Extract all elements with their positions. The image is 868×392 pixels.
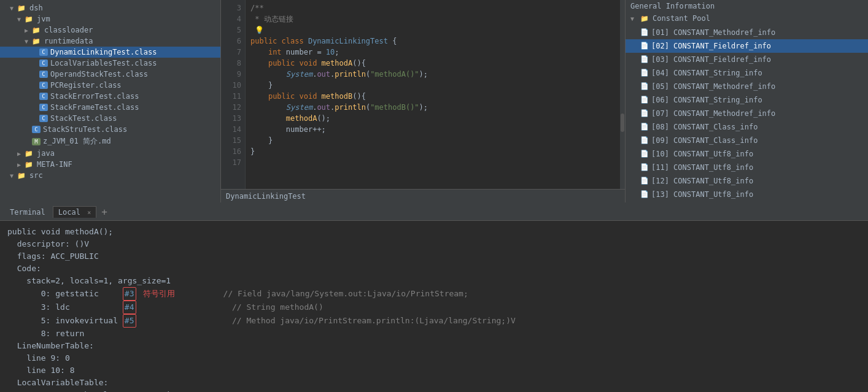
sidebar-item-zjvm[interactable]: M z_JVM_01 简介.md (0, 135, 220, 148)
terminal-line-4: Code: (7, 263, 861, 275)
folder-icon: 📁 (25, 150, 34, 158)
sidebar-item-stackframe[interactable]: C StackFrameTest.class (0, 102, 220, 113)
code-line-5: 💡 (250, 25, 615, 36)
class-file-icon: C (39, 104, 48, 111)
class-file-icon: C (39, 82, 48, 89)
cp-item-label: [10] CONSTANT_Utf8_info (651, 148, 753, 159)
ref-box-4: #4 (123, 301, 136, 314)
md-file-icon: M (32, 138, 41, 145)
sidebar-item-label: LocalVariablesTest.class (50, 59, 157, 67)
terminal-line-return: 8: return (7, 328, 861, 340)
cp-item-label: [06] CONSTANT_String_info (651, 94, 762, 106)
editor-footer: DynamicLinkingTest (221, 189, 625, 202)
cp-file-icon: 📄 (640, 81, 649, 92)
code-line-3: /** (250, 2, 615, 13)
ref-annotation: 符号引用 (139, 289, 176, 298)
code-line-11: public void methodB(){ (250, 91, 615, 102)
sidebar-item-stackerror[interactable]: C StackErrorTest.class (0, 91, 220, 102)
sidebar-item-classloader[interactable]: 📁 classloader (0, 25, 220, 36)
sidebar-item-label: jvm (37, 15, 50, 23)
sidebar-item-src[interactable]: 📁 src (0, 170, 220, 181)
constant-pool-header[interactable]: 📁 Constant Pool (626, 12, 868, 25)
terminal-content[interactable]: public void methodA(); descriptor: ()V f… (0, 221, 868, 392)
terminal-line-invokevirtual: 5: invokevirtual #5 // Method java/io/Pr… (7, 314, 861, 328)
sidebar-item-java[interactable]: 📁 java (0, 148, 220, 159)
sidebar-item-dsh[interactable]: 📁 dsh (0, 2, 220, 13)
cp-item-11[interactable]: 📄 [11] CONSTANT_Utf8_info (626, 161, 868, 174)
cp-file-icon: 📄 (640, 54, 649, 65)
vertical-scrollbar[interactable] (620, 0, 625, 189)
class-file-icon: C (39, 93, 48, 100)
sidebar-item-label: META-INF (37, 160, 72, 169)
cp-item-07[interactable]: 📄 [07] CONSTANT_Methodref_info (626, 107, 868, 120)
tab-close-button[interactable]: × (87, 209, 91, 216)
sidebar-item-label: StackStruTest.class (43, 125, 127, 134)
cp-item-03[interactable]: 📄 [03] CONSTANT_Fieldref_info (626, 53, 868, 66)
cp-file-icon: 📄 (640, 175, 649, 186)
folder-icon: 📁 (17, 172, 27, 180)
arrow-icon (17, 150, 25, 157)
cp-file-icon: 📄 (640, 148, 649, 159)
sidebar-item-label: java (37, 149, 55, 158)
line-numbers: 3 4 5 6 7 8 9 10 11 12 13 14 15 16 17 (221, 0, 246, 189)
code-content[interactable]: /** * 动态链接 💡 public class DynamicLinking… (246, 0, 620, 189)
class-file-icon: C (39, 115, 48, 122)
local-tab[interactable]: Local × (53, 206, 96, 218)
sidebar-item-dynamiclinking[interactable]: C DynamicLinkingTest.class (0, 47, 220, 58)
code-line-4: * 动态链接 (250, 13, 615, 25)
cp-item-label: [04] CONSTANT_String_info (651, 67, 762, 79)
arrow-icon (10, 5, 17, 12)
terminal-line-ldc: 3: ldc #4 // String methodA() (7, 301, 861, 314)
code-line-12: System.out.println("methodB()"); (250, 102, 615, 113)
code-line-6: public class DynamicLinkingTest { (250, 36, 615, 47)
editor-filename: DynamicLinkingTest (226, 192, 306, 201)
cp-folder-icon: 📁 (640, 15, 650, 23)
cp-item-10[interactable]: 📄 [10] CONSTANT_Utf8_info (626, 147, 868, 161)
cp-arrow-icon (630, 15, 638, 22)
cp-item-06[interactable]: 📄 [06] CONSTANT_String_info (626, 93, 868, 107)
cp-item-label: [03] CONSTANT_Fieldref_info (651, 54, 771, 65)
cp-item-04[interactable]: 📄 [04] CONSTANT_String_info (626, 66, 868, 80)
terminal-tabs: Terminal Local × + (0, 204, 868, 221)
terminal-line-localvariabletable: LocalVariableTable: (7, 377, 861, 389)
cp-file-icon: 📄 (640, 40, 649, 52)
sidebar-item-localvariables[interactable]: C LocalVariablesTest.class (0, 58, 220, 69)
sidebar-item-metainf[interactable]: 📁 META-INF (0, 159, 220, 170)
cp-item-02[interactable]: 📄 [02] CONSTANT_Fieldref_info (626, 39, 868, 53)
code-line-15: } (250, 135, 615, 146)
terminal-line-lv-header: Start Length Slot Name Signature (7, 389, 861, 392)
sidebar-item-label: src (29, 171, 43, 180)
comment-invokevirtual: // Method java/io/PrintStream.println:(L… (232, 316, 516, 325)
cp-file-icon: 📄 (640, 121, 649, 133)
code-line-8: public void methodA(){ (250, 58, 615, 69)
sidebar-item-stacktest[interactable]: C StackTest.class (0, 113, 220, 124)
cp-item-01[interactable]: 📄 [01] CONSTANT_Methodref_info (626, 26, 868, 39)
cp-item-13[interactable]: 📄 [13] CONSTANT_Utf8_info (626, 188, 868, 201)
sidebar-item-pcregister[interactable]: C PCRegister.class (0, 80, 220, 91)
sidebar-item-runtimedata[interactable]: 📁 runtimedata (0, 36, 220, 47)
cp-item-08[interactable]: 📄 [08] CONSTANT_Class_info (626, 120, 868, 134)
cp-item-09[interactable]: 📄 [09] CONSTANT_Class_info (626, 134, 868, 147)
cp-file-icon: 📄 (640, 27, 649, 38)
terminal-line-1: public void methodA(); (7, 226, 861, 238)
sidebar-item-label: classloader (44, 26, 93, 34)
sidebar-item-operandstack[interactable]: C OperandStackTest.class (0, 69, 220, 80)
cp-file-icon: 📄 (640, 189, 649, 200)
cp-item-label: [07] CONSTANT_Methodref_info (651, 108, 775, 119)
cp-file-icon: 📄 (640, 108, 649, 119)
add-tab-button[interactable]: + (99, 206, 110, 218)
comment-getstatic: // Field java/lang/System.out:Ljava/io/P… (223, 289, 468, 298)
cp-item-label: [09] CONSTANT_Class_info (651, 135, 758, 146)
constant-pool-tree: 📄 [01] CONSTANT_Methodref_info 📄 [02] CO… (626, 25, 868, 202)
cp-item-05[interactable]: 📄 [05] CONSTANT_Methodref_info (626, 80, 868, 93)
cp-item-12[interactable]: 📄 [12] CONSTANT_Utf8_info (626, 174, 868, 188)
code-line-9: System.out.println("methodA()"); (250, 69, 615, 80)
scrollbar-thumb[interactable] (621, 113, 624, 132)
code-line-7: int number = 10; (250, 47, 615, 58)
sidebar-item-jvm[interactable]: 📁 jvm (0, 13, 220, 25)
sidebar-item-stackstru[interactable]: C StackStruTest.class (0, 124, 220, 135)
cp-file-icon: 📄 (640, 135, 649, 146)
general-info-header: General Information (626, 0, 868, 12)
sidebar-item-label: dsh (29, 4, 43, 12)
sidebar-item-label: PCRegister.class (50, 81, 122, 90)
